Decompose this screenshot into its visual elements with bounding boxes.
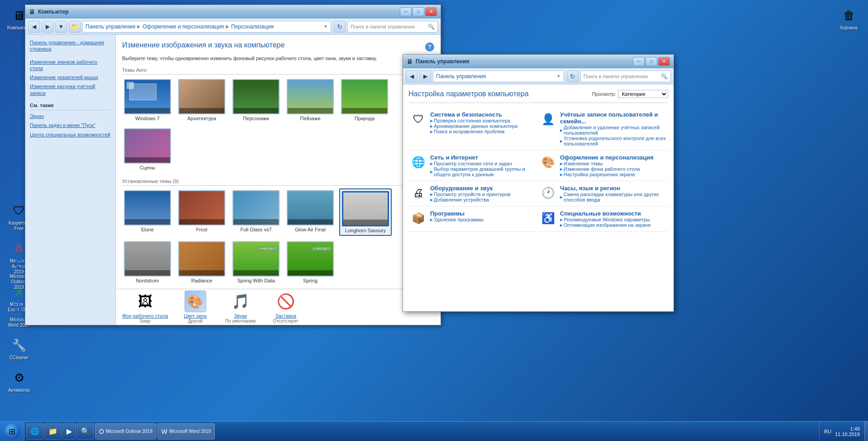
hardware-title[interactable]: Оборудование и звук [430,185,536,192]
minimize-button[interactable]: ─ [400,7,412,16]
theme-nature[interactable]: Природа [339,77,390,123]
cp-category-network[interactable]: 🌐 Сеть и Интернет Просмотр состояния сет… [408,150,538,181]
cp-category-programs[interactable]: 📦 Программы Удаление программы [408,206,538,232]
hardware-link-0[interactable]: Просмотр устройств и принтеров [430,192,536,197]
cp-category-users[interactable]: 👤 Учётные записи пользователей и семейн.… [538,108,668,150]
theme-landscape[interactable]: Пейзажи [285,77,336,123]
cp-breadcrumb-dropdown[interactable]: ▼ [556,74,561,79]
refresh-icon-btn[interactable]: ↻ [334,21,346,33]
theme-fullglass[interactable]: Full Glass vs7 [231,188,281,236]
system-link-0[interactable]: Проверка состояния компьютера [430,118,536,123]
appearance-link-1[interactable]: Изменение фона рабочего стола [560,166,666,172]
start-button[interactable]: ⊞ [0,422,24,441]
close-button[interactable]: ✕ [425,7,437,16]
show-desktop-button[interactable] [864,422,868,441]
accessibility-title[interactable]: Специальные возможности [560,210,666,217]
theme-win7[interactable]: Windows 7 [122,77,173,123]
color-label[interactable]: Цвет окна [184,313,207,319]
up-button[interactable]: ▼ [55,21,67,33]
taskbar-btn-ie[interactable]: 🌐 [26,423,43,440]
taskbar-btn-word[interactable]: W Microsoft Word 2019 [157,423,215,440]
clock-link-0[interactable]: Смена раскладки клавиатуры или других сп… [560,192,666,202]
sidebar-link-account[interactable]: Изменение рисунка учётной записи [30,83,111,96]
network-link-1[interactable]: Выбор параметров домашней группы и общег… [430,166,536,177]
breadcrumb-control-panel[interactable]: Панель управления [85,23,135,30]
cp-maximize-button[interactable]: □ [645,57,657,66]
system-link-2[interactable]: Поиск и исправление проблем [430,129,536,134]
network-title[interactable]: Сеть и Интернет [430,154,536,161]
cp-back-button[interactable]: ◀ [406,70,417,82]
theme-glow[interactable]: Glow Air Final [285,188,336,236]
appearance-title[interactable]: Оформление и персонализация [560,154,666,161]
programs-title[interactable]: Программы [430,210,536,217]
cp-breadcrumb-item[interactable]: Панель управления [436,73,486,80]
maximize-button[interactable]: □ [413,7,424,16]
help-button[interactable]: ? [425,42,434,52]
cp-category-accessibility[interactable]: ♿ Специальные возможности Рекомендуемые … [538,206,668,232]
forward-button[interactable]: ▶ [42,21,53,33]
bottom-wallpaper[interactable]: 🖼 Фон рабочего стола Sway [122,291,168,324]
network-link-0[interactable]: Просмотр состояния сети и задач [430,161,536,166]
users-link-1[interactable]: Установка родительского контроля для все… [560,136,666,146]
screensaver-label[interactable]: Заставка [275,313,296,319]
taskbar-btn-outlook[interactable]: O Microsoft Outlook 2019 [95,423,157,440]
taskbar-btn-search[interactable]: 🔍 [77,423,94,440]
cp-forward-button[interactable]: ▶ [419,70,431,82]
system-link-1[interactable]: Архивирование данных компьютера [430,123,536,129]
breadcrumb-personalization[interactable]: Персонализация [231,23,274,30]
theme-nordstrom[interactable]: Nordstrom [122,239,173,285]
bottom-screensaver[interactable]: 🚫 Заставка Отсутствует [268,291,304,324]
users-link-0[interactable]: Добавление и удаление учётных записей по… [560,125,666,136]
cp-category-hardware[interactable]: 🖨 Оборудование и звук Просмотр устройств… [408,181,538,206]
desktop-icon-aktivator[interactable]: ⚙ Активатор [5,367,33,395]
theme-frost[interactable]: Frost [176,188,227,236]
bottom-color[interactable]: 🎨 Цвет окна Другой [177,291,213,324]
bottom-sounds[interactable]: 🎵 Звуки По умолчанию [223,291,259,324]
cp-search-icon[interactable]: 🔍 [661,73,668,80]
sidebar-link-icons[interactable]: Изменение значков рабочего стола [30,59,111,72]
sounds-label[interactable]: Звуки [234,313,247,319]
view-select[interactable]: КатегорияКрупные значкиМелкие значки [618,90,668,98]
theme-chars[interactable]: Персонажи [231,77,281,123]
theme-radiance[interactable]: Radiance [176,239,227,285]
sidebar-home-link[interactable]: Панель управления - домашняя страница [30,39,111,52]
taskbar-btn-explorer[interactable]: 📁 [44,423,62,440]
back-button[interactable]: ◀ [28,21,40,33]
cp-category-system[interactable]: 🛡 Система и безопасность Проверка состоя… [408,108,538,150]
programs-link-0[interactable]: Удаление программы [430,217,536,222]
theme-longhorn[interactable]: Longhorn Savoury [339,188,392,236]
desktop-icon-recycle[interactable]: 🗑 Корзина [835,5,863,33]
appearance-link-2[interactable]: Настройка разрешения экрана [560,172,666,177]
desktop-icon-ccleaner[interactable]: 🔧 CCleaner [5,334,33,362]
search-placeholder[interactable]: Поиск в панели управления [351,24,426,29]
sidebar-link-mouse[interactable]: Изменение указателей мыши [30,74,111,80]
cp-refresh-button[interactable]: ↻ [567,70,579,82]
accessibility-link-0[interactable]: Рекомендуемые Windows параметры [560,217,666,222]
cp-close-button[interactable]: ✕ [658,57,670,66]
sidebar-link-taskbar[interactable]: Панель задач и меню "Пуск" [30,122,111,128]
hardware-link-1[interactable]: Добавление устройства [430,197,536,202]
cp-search-placeholder[interactable]: Поиск в панели управления [583,74,659,79]
theme-spring[interactable]: X PROJECT Spring [285,239,336,285]
theme-spring-data[interactable]: X PROJECT Spring With Data [231,239,281,285]
search-icon[interactable]: 🔍 [428,23,435,30]
cp-category-appearance[interactable]: 🎨 Оформление и персонализация Изменение … [538,150,668,181]
appearance-link-0[interactable]: Изменение темы [560,161,666,166]
accessibility-link-1[interactable]: Оптимизация изображения на экране [560,222,666,228]
wallpaper-label[interactable]: Фон рабочего стола [122,313,168,319]
clock-title[interactable]: Часы, язык и регион [560,185,666,192]
breadcrumb-appearance[interactable]: Оформление и персонализация [142,23,224,30]
theme-arch[interactable]: Архитектура [176,77,227,123]
sidebar-link-accessibility[interactable]: Центр специальных возможностей [30,131,111,138]
system-title[interactable]: Система и безопасность [430,111,536,118]
cp-minimize-button[interactable]: ─ [633,57,645,66]
taskbar-btn-mediaplayer[interactable]: ▶ [62,423,76,440]
theme-elune[interactable]: Elune [122,188,173,236]
users-title[interactable]: Учётные записи пользователей и семейн... [560,111,666,125]
theme-scenes[interactable]: Сцены [122,127,173,172]
ccleaner-label: CCleaner [9,355,28,361]
cp-category-clock[interactable]: 🕐 Часы, язык и регион Смена раскладки кл… [538,181,668,206]
breadcrumb-dropdown[interactable]: ▼ [323,24,328,29]
sidebar-link-screen[interactable]: Экран [30,113,111,119]
folder-icon-btn[interactable]: 📁 [69,21,81,33]
